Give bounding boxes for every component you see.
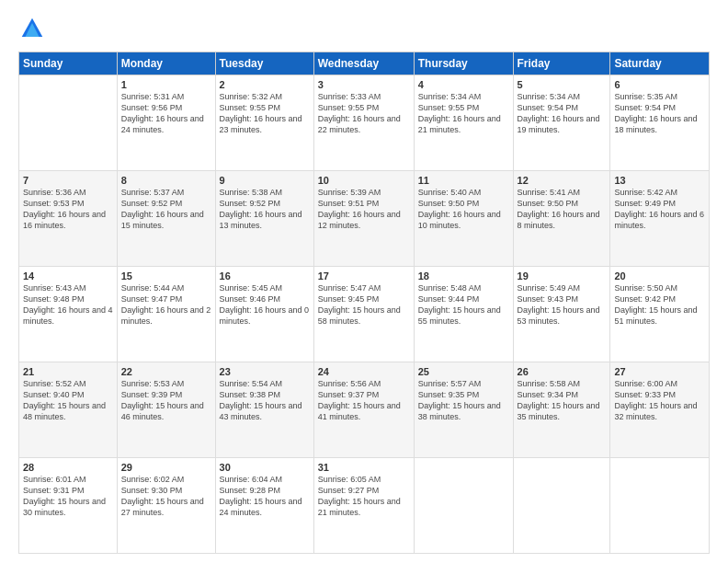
calendar-day-cell: 5Sunrise: 5:34 AMSunset: 9:54 PMDaylight… — [513, 75, 610, 171]
day-info: Sunrise: 5:41 AMSunset: 9:50 PMDaylight:… — [518, 187, 607, 232]
day-number: 22 — [121, 366, 211, 377]
day-number: 7 — [23, 175, 113, 186]
day-info: Sunrise: 5:49 AMSunset: 9:43 PMDaylight:… — [518, 282, 607, 327]
day-number: 4 — [418, 79, 509, 90]
header — [18, 15, 710, 42]
day-number: 13 — [614, 175, 705, 186]
calendar-day-cell: 6Sunrise: 5:35 AMSunset: 9:54 PMDaylight… — [610, 75, 710, 171]
calendar-table: SundayMondayTuesdayWednesdayThursdayFrid… — [18, 52, 710, 554]
calendar-day-cell — [513, 458, 610, 554]
day-number: 28 — [23, 462, 113, 473]
calendar-day-cell: 9Sunrise: 5:38 AMSunset: 9:52 PMDaylight… — [215, 171, 313, 267]
calendar-week-row: 21Sunrise: 5:52 AMSunset: 9:40 PMDayligh… — [19, 362, 710, 458]
calendar-day-cell: 18Sunrise: 5:48 AMSunset: 9:44 PMDayligh… — [414, 267, 513, 362]
day-info: Sunrise: 5:50 AMSunset: 9:42 PMDaylight:… — [614, 282, 705, 327]
day-info: Sunrise: 5:34 AMSunset: 9:54 PMDaylight:… — [518, 91, 607, 136]
day-number: 3 — [318, 79, 410, 90]
day-info: Sunrise: 5:39 AMSunset: 9:51 PMDaylight:… — [318, 187, 410, 232]
day-number: 1 — [121, 79, 211, 90]
day-info: Sunrise: 5:32 AMSunset: 9:55 PMDaylight:… — [220, 91, 310, 136]
day-number: 29 — [121, 462, 211, 473]
calendar-day-cell — [610, 458, 710, 554]
calendar-week-row: 28Sunrise: 6:01 AMSunset: 9:31 PMDayligh… — [19, 458, 710, 554]
day-info: Sunrise: 5:36 AMSunset: 9:53 PMDaylight:… — [23, 187, 113, 232]
calendar-day-cell: 23Sunrise: 5:54 AMSunset: 9:38 PMDayligh… — [215, 362, 313, 458]
weekday-header: Sunday — [19, 52, 118, 75]
day-info: Sunrise: 5:35 AMSunset: 9:54 PMDaylight:… — [614, 91, 705, 136]
day-info: Sunrise: 5:34 AMSunset: 9:55 PMDaylight:… — [418, 91, 509, 136]
day-number: 17 — [318, 270, 410, 282]
day-info: Sunrise: 5:47 AMSunset: 9:45 PMDaylight:… — [318, 282, 410, 327]
day-info: Sunrise: 5:38 AMSunset: 9:52 PMDaylight:… — [220, 187, 310, 232]
calendar-day-cell: 3Sunrise: 5:33 AMSunset: 9:55 PMDaylight… — [313, 75, 414, 171]
calendar-day-cell: 17Sunrise: 5:47 AMSunset: 9:45 PMDayligh… — [313, 267, 414, 362]
calendar-day-cell: 11Sunrise: 5:40 AMSunset: 9:50 PMDayligh… — [414, 171, 513, 267]
calendar-day-cell: 14Sunrise: 5:43 AMSunset: 9:48 PMDayligh… — [19, 267, 118, 362]
calendar-day-cell: 21Sunrise: 5:52 AMSunset: 9:40 PMDayligh… — [19, 362, 118, 458]
day-number: 6 — [614, 79, 705, 90]
calendar-week-row: 7Sunrise: 5:36 AMSunset: 9:53 PMDaylight… — [19, 171, 710, 267]
day-info: Sunrise: 6:05 AMSunset: 9:27 PMDaylight:… — [318, 474, 410, 519]
day-number: 26 — [518, 366, 607, 377]
day-info: Sunrise: 5:33 AMSunset: 9:55 PMDaylight:… — [318, 91, 410, 136]
page: SundayMondayTuesdayWednesdayThursdayFrid… — [0, 0, 728, 563]
day-info: Sunrise: 5:44 AMSunset: 9:47 PMDaylight:… — [121, 282, 211, 327]
calendar-week-row: 14Sunrise: 5:43 AMSunset: 9:48 PMDayligh… — [19, 267, 710, 362]
calendar-day-cell: 10Sunrise: 5:39 AMSunset: 9:51 PMDayligh… — [313, 171, 414, 267]
day-number: 24 — [318, 366, 410, 377]
weekday-header: Wednesday — [313, 52, 414, 75]
day-info: Sunrise: 5:31 AMSunset: 9:56 PMDaylight:… — [121, 91, 211, 136]
day-number: 11 — [418, 175, 509, 186]
day-info: Sunrise: 5:54 AMSunset: 9:38 PMDaylight:… — [220, 378, 310, 423]
calendar-week-row: 1Sunrise: 5:31 AMSunset: 9:56 PMDaylight… — [19, 75, 710, 171]
day-number: 21 — [23, 366, 113, 377]
calendar-day-cell — [414, 458, 513, 554]
day-number: 9 — [220, 175, 310, 186]
weekday-header: Saturday — [610, 52, 710, 75]
day-info: Sunrise: 5:42 AMSunset: 9:49 PMDaylight:… — [614, 187, 705, 232]
weekday-header: Monday — [117, 52, 215, 75]
logo — [18, 15, 50, 42]
day-info: Sunrise: 6:04 AMSunset: 9:28 PMDaylight:… — [220, 474, 310, 519]
day-info: Sunrise: 6:01 AMSunset: 9:31 PMDaylight:… — [23, 474, 113, 519]
day-info: Sunrise: 5:56 AMSunset: 9:37 PMDaylight:… — [318, 378, 410, 423]
day-info: Sunrise: 5:37 AMSunset: 9:52 PMDaylight:… — [121, 187, 211, 232]
day-number: 20 — [614, 270, 705, 282]
day-number: 12 — [518, 175, 607, 186]
calendar-day-cell: 1Sunrise: 5:31 AMSunset: 9:56 PMDaylight… — [117, 75, 215, 171]
day-info: Sunrise: 5:40 AMSunset: 9:50 PMDaylight:… — [418, 187, 509, 232]
calendar-day-cell: 27Sunrise: 6:00 AMSunset: 9:33 PMDayligh… — [610, 362, 710, 458]
calendar-body: 1Sunrise: 5:31 AMSunset: 9:56 PMDaylight… — [19, 75, 710, 554]
weekday-header: Tuesday — [215, 52, 313, 75]
day-number: 2 — [220, 79, 310, 90]
day-number: 27 — [614, 366, 705, 377]
calendar-day-cell: 25Sunrise: 5:57 AMSunset: 9:35 PMDayligh… — [414, 362, 513, 458]
calendar-day-cell: 13Sunrise: 5:42 AMSunset: 9:49 PMDayligh… — [610, 171, 710, 267]
calendar-day-cell: 7Sunrise: 5:36 AMSunset: 9:53 PMDaylight… — [19, 171, 118, 267]
calendar-day-cell: 2Sunrise: 5:32 AMSunset: 9:55 PMDaylight… — [215, 75, 313, 171]
day-number: 10 — [318, 175, 410, 186]
day-number: 19 — [518, 270, 607, 282]
day-info: Sunrise: 5:48 AMSunset: 9:44 PMDaylight:… — [418, 282, 509, 327]
day-info: Sunrise: 6:02 AMSunset: 9:30 PMDaylight:… — [121, 474, 211, 519]
day-info: Sunrise: 5:58 AMSunset: 9:34 PMDaylight:… — [518, 378, 607, 423]
calendar-day-cell: 22Sunrise: 5:53 AMSunset: 9:39 PMDayligh… — [117, 362, 215, 458]
calendar-day-cell: 8Sunrise: 5:37 AMSunset: 9:52 PMDaylight… — [117, 171, 215, 267]
day-number: 5 — [518, 79, 607, 90]
calendar-header: SundayMondayTuesdayWednesdayThursdayFrid… — [19, 52, 710, 75]
calendar-day-cell: 12Sunrise: 5:41 AMSunset: 9:50 PMDayligh… — [513, 171, 610, 267]
day-number: 15 — [121, 270, 211, 282]
calendar-day-cell: 15Sunrise: 5:44 AMSunset: 9:47 PMDayligh… — [117, 267, 215, 362]
day-number: 16 — [220, 270, 310, 282]
calendar-day-cell: 16Sunrise: 5:45 AMSunset: 9:46 PMDayligh… — [215, 267, 313, 362]
calendar-day-cell: 4Sunrise: 5:34 AMSunset: 9:55 PMDaylight… — [414, 75, 513, 171]
weekday-header: Friday — [513, 52, 610, 75]
calendar-day-cell: 29Sunrise: 6:02 AMSunset: 9:30 PMDayligh… — [117, 458, 215, 554]
calendar-day-cell: 19Sunrise: 5:49 AMSunset: 9:43 PMDayligh… — [513, 267, 610, 362]
day-info: Sunrise: 6:00 AMSunset: 9:33 PMDaylight:… — [614, 378, 705, 423]
calendar-day-cell: 26Sunrise: 5:58 AMSunset: 9:34 PMDayligh… — [513, 362, 610, 458]
day-info: Sunrise: 5:45 AMSunset: 9:46 PMDaylight:… — [220, 282, 310, 327]
day-info: Sunrise: 5:43 AMSunset: 9:48 PMDaylight:… — [23, 282, 113, 327]
day-info: Sunrise: 5:52 AMSunset: 9:40 PMDaylight:… — [23, 378, 113, 423]
calendar-day-cell: 30Sunrise: 6:04 AMSunset: 9:28 PMDayligh… — [215, 458, 313, 554]
